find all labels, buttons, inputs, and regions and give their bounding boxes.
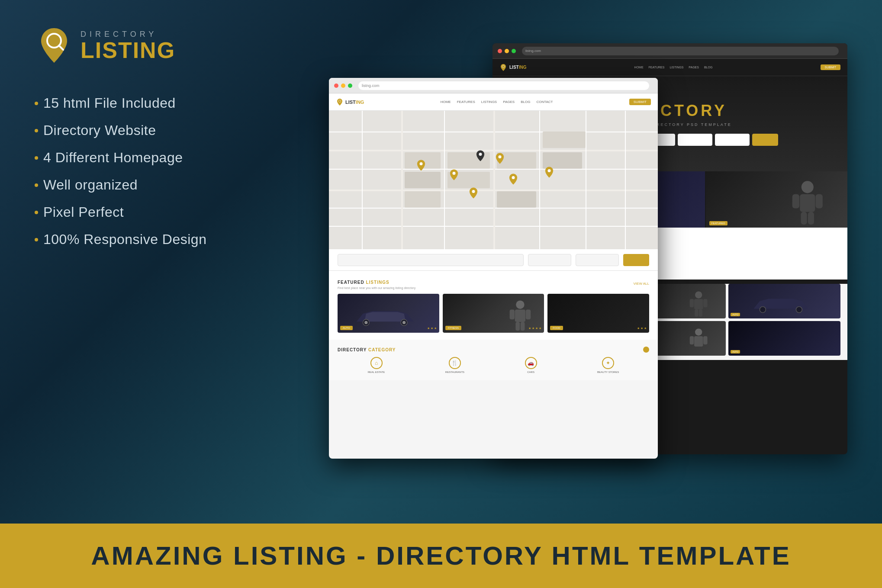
url-bar-front: listng.com	[358, 81, 649, 90]
feature-item-directory: Directory Website	[35, 122, 260, 138]
feature-dot	[35, 102, 38, 105]
thumb-car-svg	[731, 292, 831, 316]
logo-listing-highlight: ING	[133, 38, 175, 63]
logo-listing-label: LISTING	[80, 39, 175, 61]
feature-item-pixel: Pixel Perfect	[35, 204, 260, 220]
svg-rect-18	[699, 309, 702, 317]
svg-rect-39	[510, 310, 515, 320]
dark-search-btn[interactable]	[752, 134, 778, 146]
logo-area: DIRECTORY LISTING	[35, 26, 260, 65]
front-search-input[interactable]	[338, 254, 524, 266]
dark-fitness-image: FEATURED	[706, 171, 847, 228]
feature-list: 15 html File Included Directory Website …	[35, 95, 260, 247]
front-cat-realestate-label: REAL ESTATE	[368, 371, 385, 373]
dark-nav-link-listings: LISTINGS	[670, 66, 683, 69]
feature-dot	[35, 183, 38, 187]
front-cat-restaurant-icon: 🍴	[449, 357, 461, 369]
svg-point-20	[796, 307, 802, 313]
svg-point-13	[695, 291, 702, 298]
front-nav-listings: LISTINGS	[481, 100, 497, 104]
feature-text-html: 15 html File Included	[43, 95, 176, 111]
browser-front-mockup: listng.com LISTING HOME FEATURES	[329, 78, 658, 459]
svg-point-29	[472, 190, 475, 193]
logo-text: DIRECTORY LISTING	[80, 30, 175, 61]
front-nav-logo-icon	[336, 98, 344, 106]
thumb-badge-3: AUTO	[731, 313, 740, 316]
front-nav-logo-text: LISTING	[345, 100, 364, 105]
svg-rect-40	[526, 310, 531, 320]
feature-item-html: 15 html File Included	[35, 95, 260, 111]
front-card-fitness: FITNESS ★★★★	[443, 294, 544, 333]
fitness-svg	[772, 177, 843, 228]
front-card-car-rating: ★★★	[427, 327, 437, 330]
map-road-v4	[493, 111, 495, 249]
front-nav-submit-btn[interactable]: SUBMIT	[629, 99, 651, 105]
feature-text-organized: Well organized	[43, 177, 138, 193]
front-car-svg	[342, 304, 428, 330]
bottom-banner: AMAZING LISTING - DIRECTORY HTML TEMPLAT…	[0, 524, 882, 588]
svg-rect-9	[792, 194, 799, 209]
map-pin-black	[476, 150, 485, 164]
map-road-v5	[539, 111, 540, 249]
front-cat-cars-label: CARS	[527, 371, 534, 373]
map-pin-5	[416, 159, 426, 173]
dark-nav-links: HOME FEATURES LISTINGS PAGES BLOG	[533, 66, 813, 69]
front-listing-cards: AUTO ★★★	[338, 294, 649, 333]
front-cat-restaurant-label: RESTAURANTS	[445, 371, 464, 373]
map-road-v2	[401, 111, 403, 249]
front-nav-logo: LISTING	[336, 98, 364, 106]
left-panel: DIRECTORY LISTING 15 html File Included …	[35, 26, 260, 506]
svg-rect-24	[703, 336, 708, 344]
feature-item-homepage: 4 Different Homepage	[35, 150, 260, 166]
front-nav-blog: BLOG	[521, 100, 530, 104]
map-pin-3	[509, 173, 518, 187]
dark-nav-submit-btn[interactable]: SUBMIT	[821, 64, 840, 70]
front-category-section: DIRECTORY CATEGORY ⌂ REAL ESTATE 🍴 RESTA…	[329, 340, 658, 380]
front-featured-title-wrap: FEATURED LISTINGS Find best place near y…	[338, 278, 415, 289]
thumb-fitness-svg-2	[673, 326, 724, 356]
map-block-4	[405, 172, 441, 188]
svg-point-35	[364, 321, 367, 324]
svg-rect-22	[694, 336, 703, 347]
map-road-v7	[625, 111, 626, 249]
feature-text-responsive: 100% Responsive Design	[43, 231, 206, 247]
map-pin-6	[544, 166, 554, 180]
dark-search-select[interactable]	[678, 134, 712, 146]
front-cat-restaurant: 🍴 RESTAURANTS	[445, 357, 464, 373]
front-nav-pages: PAGES	[503, 100, 515, 104]
dark-search-select-2[interactable]	[715, 134, 750, 146]
svg-rect-11	[801, 212, 807, 225]
svg-rect-42	[521, 322, 525, 331]
dark-nav-link-blog: BLOG	[704, 66, 712, 69]
dark-browser-chrome: listng.com	[493, 43, 847, 59]
dark-nav-bar: LISTING HOME FEATURES LISTINGS PAGES BLO…	[493, 59, 847, 76]
map-pin-2	[495, 152, 505, 166]
front-category-btn[interactable]	[643, 347, 649, 353]
content-area: DIRECTORY LISTING 15 html File Included …	[0, 0, 882, 524]
svg-point-30	[419, 162, 422, 165]
map-block-7	[497, 191, 536, 208]
feature-dot	[35, 129, 38, 132]
front-card-dark-img: FOOD ★★★	[547, 294, 649, 333]
svg-point-7	[802, 181, 814, 193]
front-category-icons: ⌂ REAL ESTATE 🍴 RESTAURANTS 🚗 CARS ✦	[338, 357, 649, 373]
right-panel: listng.com LISTING HOME FEATURES	[286, 26, 847, 506]
svg-rect-14	[694, 299, 703, 309]
front-category-header: DIRECTORY CATEGORY	[338, 347, 649, 353]
chrome-dot-red-front	[334, 84, 338, 88]
svg-rect-12	[808, 212, 814, 225]
feature-text-directory: Directory Website	[43, 122, 156, 138]
front-search-category[interactable]	[528, 254, 571, 266]
front-featured-title: FEATURED LISTINGS	[338, 280, 389, 285]
svg-rect-10	[816, 194, 823, 209]
front-search-btn[interactable]	[623, 254, 649, 266]
front-map-section	[329, 111, 658, 249]
logo-listing-plain: LIST	[80, 38, 133, 63]
front-featured-subtitle: Find best place near you with our amazin…	[338, 286, 415, 289]
front-category-title: DIRECTORY CATEGORY	[338, 347, 396, 352]
feature-item-organized: Well organized	[35, 177, 260, 193]
chrome-dot-green-front	[348, 84, 352, 88]
front-search-location[interactable]	[576, 254, 619, 266]
thumb-badge-6: AUTO	[731, 350, 740, 353]
front-featured-more[interactable]: VIEW ALL	[634, 282, 649, 286]
